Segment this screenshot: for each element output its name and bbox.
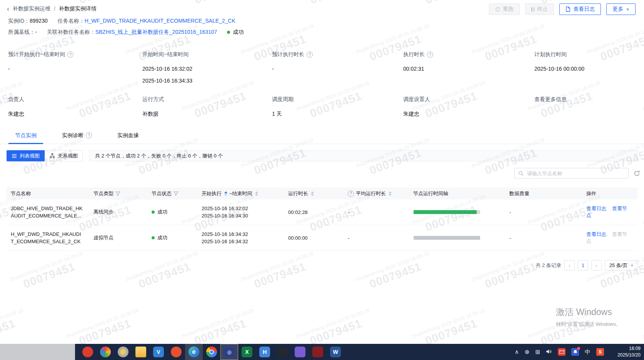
- watermark-tile: zhujianzhong 2025-10-20 16:09:1900079451: [295, 307, 375, 344]
- edge-browser-icon[interactable]: e: [185, 344, 203, 360]
- rerun-button[interactable]: 重跑: [489, 3, 520, 15]
- watermark-tile: zhujianzhong 2025-10-20 16:09:1900079451: [65, 307, 144, 344]
- main-content: zhujianzhong 2025-10-20 16:09:1900079451…: [0, 0, 644, 344]
- detail-field-label: 运行方式: [142, 96, 272, 103]
- view-more-info-link[interactable]: 查看更多信息: [534, 96, 637, 103]
- detail-label-text: 计划执行时间: [534, 51, 567, 58]
- task-name-link[interactable]: H_WF_DWD_TRADE_HKAUDIT_ECOMMERCE_SALE_2_…: [85, 18, 235, 24]
- pinwheel-browser-icon[interactable]: [97, 344, 114, 360]
- detail-field-label: 调度周期: [272, 96, 403, 103]
- watermark-number: 00079451: [297, 0, 374, 10]
- filter-icon: [174, 191, 179, 196]
- node-table: 节点名称节点类型节点状态开始执行~结束时间运行时长?平均运行时长节点运行时间轴数…: [7, 187, 637, 251]
- coin-app-icon[interactable]: [114, 344, 132, 360]
- file-explorer-icon[interactable]: [132, 344, 150, 360]
- excel-icon-glyph: X: [242, 347, 252, 357]
- mail-app-icon[interactable]: [558, 348, 566, 356]
- terminate-label: 终止: [537, 6, 548, 13]
- tab-1[interactable]: 实例诊断?: [62, 132, 92, 144]
- filter-icon: [115, 191, 120, 196]
- detail-field-label: 调度设置人: [403, 96, 534, 103]
- chrome-browser-icon[interactable]: [203, 344, 220, 360]
- taskbar-search-area[interactable]: [0, 344, 75, 360]
- sort-control[interactable]: [255, 191, 258, 196]
- purple-app-icon[interactable]: [291, 344, 309, 360]
- help-icon[interactable]: ?: [86, 132, 92, 138]
- related-task-link[interactable]: SBZHIS_线上_批量补数据任务_20251016_163107: [95, 29, 217, 35]
- filter-icon[interactable]: [174, 191, 179, 196]
- red-app-icon[interactable]: [309, 344, 327, 360]
- next-page-button[interactable]: ›: [591, 260, 602, 270]
- ime-chinese-icon[interactable]: 中: [585, 348, 591, 356]
- dark-app-icon[interactable]: [274, 344, 291, 360]
- list-icon: [12, 154, 17, 158]
- watermark-tile: zhujianzhong 2025-10-20 16:09:1900079451: [411, 307, 490, 344]
- search-input[interactable]: [526, 170, 625, 177]
- help-icon[interactable]: ?: [427, 51, 433, 58]
- screenshot-tool-icon[interactable]: ◎: [220, 344, 238, 360]
- windows-squares-icon[interactable]: ⊞: [535, 348, 540, 355]
- antivirus-icon[interactable]: [79, 344, 97, 360]
- action-link[interactable]: 查看日志: [586, 206, 606, 211]
- filter-icon[interactable]: [115, 191, 120, 196]
- tab-0[interactable]: 节点实例: [15, 132, 37, 144]
- rerun-label: 重跑: [503, 6, 514, 13]
- tab-2[interactable]: 实例血缘: [117, 132, 139, 144]
- timeline-cell: [409, 210, 505, 214]
- sogou-input-icon[interactable]: S: [596, 348, 604, 356]
- column-label: 开始执行: [202, 190, 222, 197]
- column-label: 数据质量: [509, 190, 529, 197]
- sort-control[interactable]: [224, 191, 227, 196]
- antivirus-icon-glyph: [82, 347, 93, 357]
- notes-app-icon[interactable]: H: [256, 344, 274, 360]
- watermark-number: 00079451: [182, 0, 259, 10]
- records-total: 共 2 条记录: [536, 262, 561, 269]
- watermark-tile: zhujianzhong 2025-10-20 16:09:1900079451: [9, 251, 88, 295]
- volume-icon[interactable]: [546, 349, 552, 355]
- actions-cell: 查看日志查看节点: [582, 231, 637, 245]
- watermark-text: zhujianzhong 2025-10-20 16:09:19: [65, 307, 139, 339]
- column-label: 平均运行时长: [356, 190, 386, 197]
- tab-label: 节点实例: [15, 132, 37, 139]
- help-icon[interactable]: ?: [307, 51, 313, 58]
- list-view-button[interactable]: 列表视图: [7, 150, 45, 161]
- network-icon[interactable]: ⊕: [525, 348, 530, 355]
- orange-ball-app-icon[interactable]: [167, 344, 185, 360]
- current-page-button[interactable]: 1: [578, 260, 588, 270]
- document-icon: [566, 7, 571, 12]
- back-arrow-icon[interactable]: ‹: [7, 6, 9, 12]
- quality-cell: -: [505, 209, 582, 215]
- relation-view-button[interactable]: 关系视图: [45, 150, 83, 161]
- notification-app-icon[interactable]: [571, 348, 579, 356]
- more-button[interactable]: 更多 ∨: [606, 3, 636, 15]
- watermark-number: 00079451: [0, 313, 28, 344]
- vscode-icon[interactable]: V: [150, 344, 167, 360]
- avg-duration-cell: -: [344, 209, 409, 215]
- action-link[interactable]: 查看日志: [586, 231, 606, 237]
- pinwheel-browser-icon-glyph: [100, 347, 111, 357]
- related-task: 关联补数任务名称：SBZHIS_线上_批量补数据任务_20251016_1631…: [47, 29, 217, 36]
- sort-control[interactable]: [389, 191, 392, 196]
- watermark-number: 00079451: [242, 142, 319, 181]
- detail-field-label: 开始时间~结束时间: [142, 51, 272, 58]
- tab-label: 实例诊断: [62, 132, 83, 139]
- time-cell: 2025-10-16 16:34:32 2025-10-16 16:34:32: [197, 231, 284, 245]
- breadcrumb-parent[interactable]: 补数据实例运维: [13, 5, 50, 12]
- view-log-button[interactable]: 查看日志: [559, 3, 601, 15]
- word-icon[interactable]: W: [327, 344, 344, 360]
- refresh-icon[interactable]: [634, 170, 640, 177]
- prev-page-button[interactable]: ‹: [564, 260, 575, 270]
- watermark-number: 00079451: [126, 256, 203, 295]
- help-icon[interactable]: ?: [67, 51, 73, 58]
- sort-control[interactable]: [311, 191, 314, 196]
- watermark-tile: zhujianzhong 2025-10-20 16:09:1900079451: [180, 0, 259, 10]
- watermark-tile: zhujianzhong 2025-10-20 16:09:1900079451: [124, 251, 204, 295]
- watermark-number: 00079451: [413, 0, 490, 10]
- tray-expand-icon[interactable]: ∧: [515, 348, 519, 355]
- excel-icon[interactable]: X: [238, 344, 256, 360]
- help-icon[interactable]: ?: [348, 191, 354, 197]
- page-size-select[interactable]: 25 条/页 ▾: [605, 260, 637, 270]
- terminate-button[interactable]: 终止: [525, 3, 554, 15]
- detail-field-label: 预计执行时长?: [272, 51, 403, 58]
- taskbar-clock[interactable]: 16:09 2025/10/20: [617, 345, 641, 358]
